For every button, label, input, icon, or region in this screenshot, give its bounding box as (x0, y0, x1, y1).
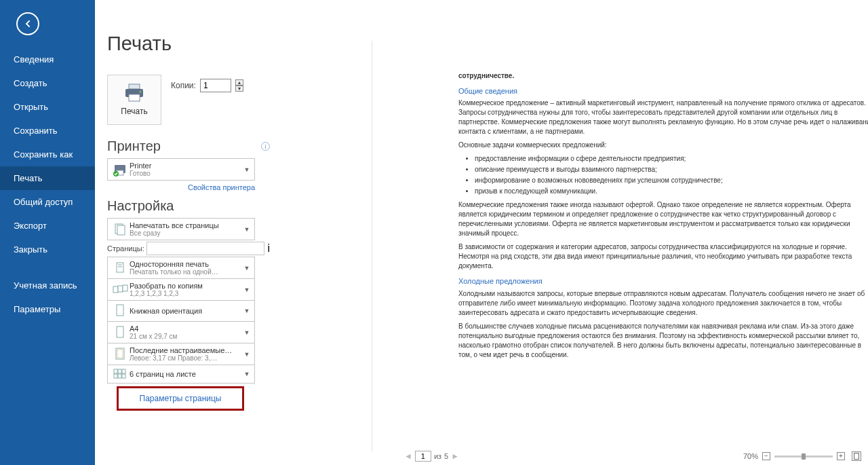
sidebar-item-7[interactable]: Экспорт (0, 214, 95, 238)
chevron-down-icon: ▼ (242, 265, 252, 272)
back-button[interactable] (16, 12, 39, 35)
sidebar-item-8[interactable]: Закрыть (0, 238, 95, 261)
of-label: из (434, 452, 441, 460)
sidebar-item-3[interactable]: Сохранить (0, 119, 95, 143)
zoom-slider[interactable] (774, 455, 833, 458)
sidebar-item-0[interactable]: Сведения (0, 48, 95, 71)
collate-dropdown[interactable]: Разобрать по копиям1,2,3 1,2,3 1,2,3 ▼ (107, 279, 255, 301)
papersize-dropdown[interactable]: A421 см x 29,7 см ▼ (107, 322, 255, 343)
printer-icon (123, 83, 145, 103)
vertical-separator (372, 41, 372, 451)
printer-properties-link[interactable]: Свойства принтера (107, 183, 255, 191)
pages-input[interactable] (146, 242, 264, 255)
page-title: Печать (107, 33, 868, 55)
print-button[interactable]: Печать (107, 75, 161, 125)
sidebar-item-1[interactable]: Создать (0, 71, 95, 95)
svg-rect-21 (122, 369, 125, 373)
print-range-dropdown[interactable]: Напечатать все страницыВсе сразу ▼ (107, 218, 255, 240)
papersize-icon (111, 325, 130, 340)
svg-rect-13 (118, 286, 123, 292)
svg-rect-8 (117, 225, 125, 235)
svg-rect-23 (118, 374, 121, 378)
arrow-left-icon (22, 18, 33, 29)
zoom-controls: 70% − + (743, 451, 861, 461)
page-nav: ◄ из 5 ► (404, 451, 459, 462)
main-area: Печать Печать Копии: ▲ ▼ Принтер i Print… (95, 0, 868, 465)
svg-rect-2 (129, 94, 140, 101)
svg-rect-24 (122, 374, 125, 378)
preview-footer: ◄ из 5 ► 70% − + (391, 447, 868, 465)
svg-rect-9 (117, 263, 123, 272)
next-page-icon[interactable]: ► (451, 451, 459, 461)
zoom-in-button[interactable]: + (837, 452, 845, 460)
svg-rect-19 (114, 369, 117, 373)
print-panel: Печать Копии: ▲ ▼ Принтер i Printer Гото… (107, 75, 270, 411)
svg-rect-22 (114, 374, 117, 378)
print-preview: сотрудничестве. Общие сведения Коммерчес… (391, 71, 868, 445)
svg-rect-20 (118, 369, 121, 373)
print-button-label: Печать (121, 107, 147, 116)
svg-rect-0 (129, 84, 140, 89)
page-number-input[interactable] (415, 451, 431, 462)
info-icon[interactable]: i (267, 242, 270, 255)
collate-icon (111, 284, 130, 296)
preview-document: сотрудничестве. Общие сведения Коммерчес… (450, 71, 868, 360)
sidebar-bottom-1[interactable]: Параметры (0, 297, 95, 321)
chevron-down-icon: ▼ (242, 166, 252, 173)
sidebar-item-5[interactable]: Печать (0, 166, 95, 190)
printer-ready-icon (111, 163, 130, 176)
orientation-dropdown[interactable]: Книжная ориентация ▼ (107, 301, 255, 322)
printer-dropdown[interactable]: Printer Готово ▼ (107, 158, 255, 181)
chevron-down-icon: ▼ (242, 286, 252, 293)
prev-page-icon[interactable]: ◄ (404, 451, 412, 461)
onesided-icon (111, 261, 130, 276)
chevron-down-icon: ▼ (242, 308, 252, 314)
svg-rect-12 (113, 286, 118, 293)
zoom-level: 70% (743, 452, 758, 460)
spin-up-icon[interactable]: ▲ (235, 79, 243, 86)
info-icon[interactable]: i (261, 142, 270, 151)
copies-label: Копии: (171, 81, 196, 90)
pages-row: Страницы: i (107, 242, 270, 255)
printer-section-title: Принтер i (107, 125, 270, 154)
zoom-out-button[interactable]: − (762, 452, 770, 460)
sidebar-bottom-0[interactable]: Учетная запись (0, 274, 95, 297)
pages-label: Страницы: (107, 244, 146, 253)
portrait-icon (111, 303, 130, 318)
margins-icon (111, 347, 130, 362)
duplex-dropdown[interactable]: Односторонняя печатьПечатать только на о… (107, 257, 255, 279)
pages-icon (111, 222, 130, 237)
copies-row: Копии: ▲ ▼ (171, 79, 243, 92)
copies-spinner: ▲ ▼ (235, 79, 243, 92)
copies-input[interactable] (200, 79, 231, 92)
svg-rect-15 (117, 305, 123, 316)
total-pages: 5 (444, 452, 448, 460)
printer-name: Printer (130, 162, 242, 170)
chevron-down-icon: ▼ (242, 226, 252, 233)
spin-down-icon[interactable]: ▼ (235, 86, 243, 92)
sidebar-item-6[interactable]: Общий доступ (0, 190, 95, 214)
printer-status: Готово (130, 170, 242, 177)
svg-rect-14 (123, 285, 127, 291)
chevron-down-icon: ▼ (242, 351, 252, 358)
margins-dropdown[interactable]: Последние настраиваемые…Левое: 3,17 см П… (107, 343, 255, 365)
svg-rect-16 (117, 327, 123, 337)
sidebar-item-2[interactable]: Открыть (0, 95, 95, 119)
sidebar: СведенияСоздатьОткрытьСохранитьСохранить… (0, 0, 95, 465)
page-setup-link[interactable]: Параметры страницы (117, 386, 244, 411)
multi-icon (111, 368, 130, 380)
fit-page-button[interactable] (852, 451, 861, 461)
sidebar-item-4[interactable]: Сохранить как (0, 143, 95, 166)
settings-section-title: Настройка (107, 198, 270, 214)
chevron-down-icon: ▼ (242, 329, 252, 336)
pages-per-sheet-dropdown[interactable]: 6 страниц на листе ▼ (107, 365, 255, 384)
chevron-down-icon: ▼ (242, 371, 252, 377)
svg-point-3 (140, 91, 142, 93)
